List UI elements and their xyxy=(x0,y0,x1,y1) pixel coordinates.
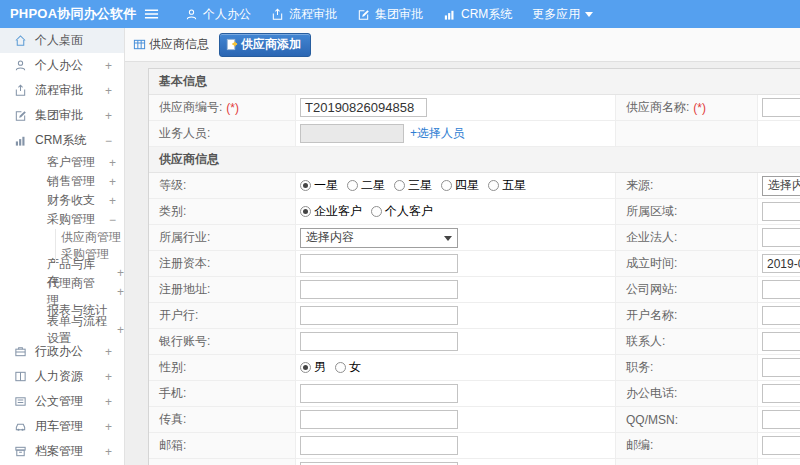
expand-icon[interactable]: + xyxy=(105,370,112,384)
sidebar-item-purchase-mgmt[interactable]: 采购管理 − xyxy=(0,210,124,229)
account-name-input[interactable] xyxy=(762,306,800,325)
field-label: 企业法人: xyxy=(616,225,758,250)
field-label: QQ/MSN: xyxy=(616,407,758,432)
sidebar-item-workflow-approval[interactable]: 流程审批 + xyxy=(0,78,124,103)
expand-icon[interactable]: + xyxy=(105,109,112,123)
radio-level-4star[interactable] xyxy=(441,180,452,191)
nav-crm-system[interactable]: CRM系统 xyxy=(443,6,512,23)
expand-icon[interactable]: + xyxy=(105,59,112,73)
radio-level-5star[interactable] xyxy=(488,180,499,191)
tab-supplier-add[interactable]: 供应商添加 xyxy=(219,33,311,57)
nav-personal-office[interactable]: 个人办公 xyxy=(185,6,251,23)
choose-person-link[interactable]: +选择人员 xyxy=(410,125,465,142)
bank-input[interactable] xyxy=(300,306,458,325)
form-row-industry: 所属行业: 选择内容 企业法人: xyxy=(149,225,800,251)
expand-icon[interactable]: + xyxy=(117,266,124,280)
sidebar-item-label: 人力资源 xyxy=(35,368,83,385)
sidebar-item-label: 采购管理 xyxy=(47,211,95,228)
supplier-name-input[interactable] xyxy=(762,98,800,117)
tab-label: 供应商信息 xyxy=(149,36,209,53)
sidebar-item-label: 表单与流程设置 xyxy=(47,313,116,347)
nav-more-apps[interactable]: 更多应用 xyxy=(532,6,593,23)
form-row-bank: 开户行: 开户名称: xyxy=(149,303,800,329)
reg-address-input[interactable] xyxy=(300,280,458,299)
sidebar-item-document-mgmt[interactable]: 公文管理 + xyxy=(0,389,124,414)
sidebar-item-agent-mgmt[interactable]: 代理商管理 + xyxy=(0,282,124,301)
hamburger-icon xyxy=(144,8,159,20)
bank-account-input[interactable] xyxy=(300,332,458,351)
sidebar-item-finance-mgmt[interactable]: 财务收支 + xyxy=(0,191,124,210)
radio-category-personal[interactable] xyxy=(371,206,382,217)
email-input[interactable] xyxy=(300,436,458,455)
sidebar-item-group-approval[interactable]: 集团审批 + xyxy=(0,103,124,128)
expand-icon[interactable]: + xyxy=(105,445,112,459)
expand-icon[interactable]: + xyxy=(105,395,112,409)
form-row-supplier-code: 供应商编号:(*) 供应商名称:(*) xyxy=(149,95,800,121)
sidebar-item-customer-mgmt[interactable]: 客户管理 + xyxy=(0,153,124,172)
mobile-input[interactable] xyxy=(300,384,458,403)
position-input[interactable] xyxy=(762,358,800,377)
collapse-icon[interactable]: − xyxy=(109,213,116,227)
source-select[interactable]: 选择内容 xyxy=(762,176,800,196)
tab-label: 供应商添加 xyxy=(241,36,301,53)
menu-toggle-button[interactable] xyxy=(144,8,159,20)
expand-icon[interactable]: + xyxy=(117,285,124,299)
sidebar-item-form-workflow-settings[interactable]: 表单与流程设置 + xyxy=(0,320,124,339)
chart-icon xyxy=(14,134,27,147)
sidebar-item-vehicle-mgmt[interactable]: 用车管理 + xyxy=(0,414,124,439)
sidebar-item-label: 财务收支 xyxy=(47,192,95,209)
field-label: 业务人员: xyxy=(149,121,296,146)
radio-level-1star[interactable] xyxy=(300,180,311,191)
form-row-level: 等级: 一星 二星 三星 四星 五星 来源: 选择内容 xyxy=(149,173,800,199)
expand-icon[interactable]: + xyxy=(117,323,124,337)
radio-gender-male[interactable] xyxy=(300,362,311,373)
office-phone-input[interactable] xyxy=(762,384,800,403)
expand-icon[interactable]: + xyxy=(109,175,116,189)
staff-input[interactable] xyxy=(300,124,404,143)
upload-icon xyxy=(271,8,284,21)
contact-input[interactable] xyxy=(762,332,800,351)
radio-category-company[interactable] xyxy=(300,206,311,217)
sidebar-item-crm-system[interactable]: CRM系统 − xyxy=(0,128,124,153)
collapse-icon[interactable]: − xyxy=(105,134,112,148)
field-label: 注册资本: xyxy=(149,251,296,276)
capital-input[interactable] xyxy=(300,254,458,273)
supplier-code-input[interactable] xyxy=(300,98,427,117)
expand-icon[interactable]: + xyxy=(105,84,112,98)
expand-icon[interactable]: + xyxy=(105,345,112,359)
expand-icon[interactable]: + xyxy=(105,420,112,434)
sidebar-item-label: 流程审批 xyxy=(35,82,83,99)
fax-input[interactable] xyxy=(300,410,458,429)
nav-workflow-approval[interactable]: 流程审批 xyxy=(271,6,337,23)
industry-select[interactable]: 选择内容 xyxy=(300,228,458,248)
sidebar-item-supplier-mgmt[interactable]: 供应商管理 xyxy=(0,229,124,246)
expand-icon[interactable]: + xyxy=(109,156,116,170)
form-row-fax: 传真: QQ/MSN: xyxy=(149,407,800,433)
radio-gender-female[interactable] xyxy=(335,362,346,373)
field-label: 邮箱: xyxy=(149,433,296,458)
field-label: 公司网站: xyxy=(616,277,758,302)
nav-label: 更多应用 xyxy=(532,6,580,23)
founded-date-input[interactable] xyxy=(762,254,800,273)
expand-icon[interactable]: + xyxy=(109,194,116,208)
sidebar-item-purchasing[interactable]: 采购管理 xyxy=(0,246,124,263)
region-input[interactable] xyxy=(762,202,800,221)
legal-person-input[interactable] xyxy=(762,228,800,247)
car-icon xyxy=(14,420,27,433)
add-doc-icon xyxy=(225,38,238,51)
sidebar-item-personal-office[interactable]: 个人办公 + xyxy=(0,53,124,78)
radio-level-3star[interactable] xyxy=(394,180,405,191)
gender-radio-group: 男 女 xyxy=(296,355,616,380)
website-input[interactable] xyxy=(762,280,800,299)
sidebar-item-hr[interactable]: 人力资源 + xyxy=(0,364,124,389)
field-label: 邮编: xyxy=(616,433,758,458)
sidebar-item-archive-mgmt[interactable]: 档案管理 + xyxy=(0,439,124,464)
sidebar-item-sales-mgmt[interactable]: 销售管理 + xyxy=(0,172,124,191)
field-label: 地址: xyxy=(149,459,296,465)
radio-level-2star[interactable] xyxy=(347,180,358,191)
qq-msn-input[interactable] xyxy=(762,410,800,429)
sidebar-item-personal-desktop[interactable]: 个人桌面 xyxy=(0,28,124,53)
zip-input[interactable] xyxy=(762,436,800,455)
tab-supplier-info[interactable]: 供应商信息 xyxy=(133,36,209,53)
nav-group-approval[interactable]: 集团审批 xyxy=(357,6,423,23)
